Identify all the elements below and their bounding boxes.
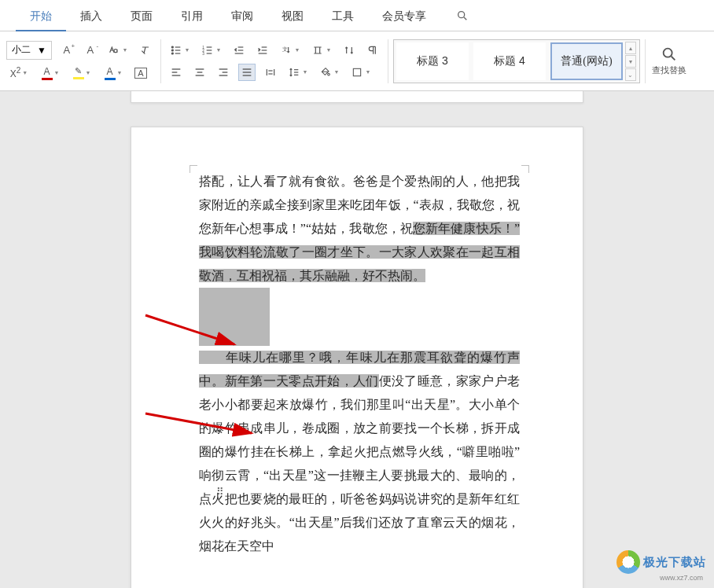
menu-item-tools[interactable]: 工具 — [318, 0, 368, 31]
text-direction-button[interactable]: 文▼ — [278, 42, 303, 59]
find-replace-label: 查找替换 — [652, 64, 686, 76]
drag-handle-icon[interactable]: ⠿ — [216, 486, 224, 498]
menu-item-review[interactable]: 审阅 — [217, 0, 267, 31]
menu-item-start[interactable]: 开始 — [16, 0, 66, 31]
align-justify-button[interactable] — [238, 64, 256, 81]
separator — [388, 39, 388, 83]
svg-text:3: 3 — [203, 52, 205, 56]
document-text[interactable]: 搭配，让人看了就有食欲。爸爸是个爱热闹的人，他把我家附近的亲戚全接到家里来吃团年… — [199, 170, 520, 558]
selected-blank[interactable] — [199, 288, 270, 346]
menu-item-view[interactable]: 视图 — [267, 0, 318, 31]
style-heading-3[interactable]: 标题 3 — [396, 42, 469, 80]
svg-point-6 — [172, 53, 174, 54]
find-replace-group[interactable]: 查找替换 — [646, 44, 693, 78]
menu-item-insert[interactable]: 插入 — [66, 0, 116, 31]
increase-font-button[interactable]: A+ — [58, 42, 75, 59]
menu-item-page[interactable]: 页面 — [116, 0, 167, 31]
watermark-text: 极光下载站 — [643, 555, 706, 570]
svg-line-1 — [464, 17, 466, 20]
font-size-select[interactable]: 小二 ▼ — [6, 41, 52, 60]
increase-indent-button[interactable] — [254, 42, 271, 59]
style-heading-4[interactable]: 标题 4 — [473, 42, 546, 80]
clear-format-button[interactable] — [137, 42, 154, 59]
search-icon — [661, 46, 678, 63]
svg-point-2 — [172, 46, 174, 48]
watermark: 极光下载站 — [616, 550, 706, 574]
fill-color-button[interactable]: ▼ — [317, 64, 342, 81]
svg-point-4 — [172, 50, 174, 51]
char-border-button[interactable]: A — [132, 64, 149, 82]
show-marks-button[interactable] — [364, 42, 381, 59]
numbering-button[interactable]: 123▼ — [199, 42, 224, 59]
margin-corner-icon — [190, 165, 197, 173]
style-gallery-arrows: ▴ ▾ ⌄ — [625, 42, 639, 81]
style-normal-web[interactable]: 普通(网站) — [550, 42, 623, 80]
line-spacing-button[interactable]: ▼ — [285, 64, 311, 81]
bullets-button[interactable]: ▼ — [167, 42, 193, 59]
svg-rect-40 — [354, 68, 361, 75]
align-right-button[interactable] — [215, 64, 232, 81]
svg-point-0 — [458, 11, 465, 17]
align-center-button[interactable] — [191, 64, 208, 81]
sort-button[interactable] — [340, 42, 358, 59]
decrease-font-button[interactable]: A- — [82, 42, 99, 59]
shading-button[interactable]: A▼ — [101, 64, 126, 82]
paragraph-text[interactable]: 便没了睡意，家家户户老老小小都要起来放爆竹，我们那里叫“出天星”。大小单个的爆竹… — [199, 374, 520, 553]
document-area[interactable]: 搭配，让人看了就有食欲。爸爸是个爱热闹的人，他把我家附近的亲戚全接到家里来吃团年… — [0, 91, 714, 588]
margin-corner-icon — [521, 165, 529, 173]
previous-page-bottom — [131, 91, 583, 103]
svg-point-41 — [664, 49, 672, 57]
decrease-indent-button[interactable] — [230, 42, 248, 59]
search-icon[interactable] — [456, 9, 469, 22]
gallery-more-icon[interactable]: ⌄ — [625, 68, 636, 81]
gallery-up-icon[interactable]: ▴ — [625, 42, 636, 54]
menu-item-reference[interactable]: 引用 — [167, 0, 217, 31]
toolbar: 小二 ▼ A+ A- ▼ X2▼ A▼ ✎▼ A▼ A ▼ 123▼ 文▼ ▼ — [0, 31, 714, 91]
document-page[interactable]: 搭配，让人看了就有食欲。爸爸是个爱热闹的人，他把我家附近的亲戚全接到家里来吃团年… — [131, 127, 583, 588]
menu-item-member[interactable]: 会员专享 — [368, 0, 440, 31]
font-group: 小二 ▼ A+ A- ▼ X2▼ A▼ ✎▼ A▼ A — [0, 31, 160, 90]
chevron-down-icon: ▼ — [37, 45, 46, 56]
watermark-logo-icon — [616, 550, 640, 574]
change-case-button[interactable]: ▼ — [105, 42, 131, 59]
watermark-url: www.xz7.com — [660, 574, 703, 582]
svg-line-42 — [672, 57, 675, 61]
highlight-button[interactable]: ✎▼ — [69, 64, 94, 82]
borders-button[interactable]: ▼ — [348, 64, 374, 81]
superscript-button[interactable]: X2▼ — [6, 64, 31, 82]
svg-text:文: 文 — [282, 46, 288, 52]
gallery-down-icon[interactable]: ▾ — [625, 55, 636, 68]
font-color-button[interactable]: A▼ — [38, 64, 63, 82]
style-gallery: 标题 3 标题 4 普通(网站) ▴ ▾ ⌄ — [393, 39, 640, 83]
distribute-button[interactable] — [262, 64, 279, 81]
paragraph-group: ▼ 123▼ 文▼ ▼ ▼ ▼ ▼ — [161, 31, 388, 90]
snap-button[interactable]: ▼ — [309, 42, 334, 59]
font-size-value: 小二 — [12, 43, 31, 57]
menu-bar: 开始 插入 页面 引用 审阅 视图 工具 会员专享 — [0, 0, 714, 31]
align-left-button[interactable] — [167, 64, 185, 81]
